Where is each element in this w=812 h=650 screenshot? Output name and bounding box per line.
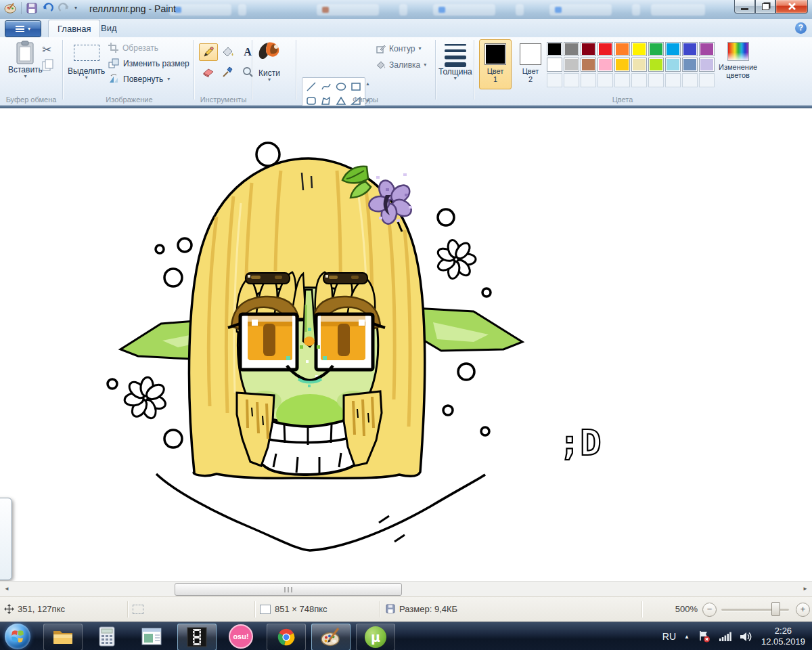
curve-shape[interactable] — [319, 79, 334, 93]
cut-icon[interactable]: ✂ — [42, 43, 51, 57]
minimize-button[interactable] — [734, 0, 755, 14]
fill-button[interactable]: Заливка ▾ — [376, 60, 426, 70]
taskbar-utorrent[interactable]: µ — [356, 624, 395, 650]
magnifier-tool[interactable] — [238, 63, 257, 81]
brushes-button[interactable]: Кисти ▾ — [256, 40, 283, 82]
taskbar-paint[interactable] — [311, 624, 351, 650]
palette-swatch[interactable] — [648, 58, 664, 72]
palette-swatch[interactable] — [597, 58, 613, 72]
qat-customize-caret[interactable]: ▾ — [74, 6, 77, 10]
palette-swatch[interactable] — [581, 58, 596, 72]
restore-button[interactable] — [755, 0, 775, 14]
palette-swatch[interactable] — [665, 58, 681, 72]
paste-button[interactable]: Вставить ▾ — [8, 41, 43, 79]
scroll-right-arrow[interactable]: ► — [798, 582, 812, 597]
brush-icon — [256, 40, 283, 68]
edge-flyout-panel[interactable] — [0, 498, 12, 580]
copy-icon[interactable] — [42, 59, 54, 71]
text-tool[interactable]: A — [238, 43, 257, 61]
eraser-tool[interactable] — [199, 63, 218, 81]
selection-size-icon — [133, 605, 143, 614]
file-size-icon — [386, 604, 395, 613]
fill-tool[interactable] — [219, 43, 238, 61]
ghost-favicon — [438, 7, 445, 13]
film-icon — [187, 627, 207, 647]
scroll-left-arrow[interactable]: ◄ — [0, 582, 14, 597]
palette-swatch-empty[interactable] — [682, 73, 698, 87]
volume-icon[interactable] — [740, 631, 753, 643]
taskbar-movie-app[interactable] — [177, 624, 217, 650]
taskbar-explorer[interactable] — [43, 624, 83, 650]
palette-swatch-empty[interactable] — [648, 73, 664, 87]
outline-button[interactable]: Контур ▾ — [376, 44, 421, 53]
scrollbar-thumb[interactable] — [175, 583, 402, 596]
edit-colors-button[interactable]: Изменение цветов — [719, 42, 757, 79]
zoom-in-button[interactable]: + — [796, 603, 810, 617]
palette-swatch-empty[interactable] — [614, 73, 630, 87]
shapes-scroll-up[interactable]: ▲ — [363, 77, 372, 91]
undo-icon[interactable] — [42, 3, 53, 14]
action-center-flag-icon[interactable] — [698, 630, 711, 643]
crop-button[interactable]: Обрезать — [108, 43, 158, 53]
close-button[interactable] — [775, 0, 808, 14]
palette-swatch[interactable] — [682, 58, 698, 72]
ghost-close — [632, 4, 640, 16]
edit-colors-icon — [727, 42, 749, 61]
palette-swatch[interactable] — [564, 42, 579, 56]
palette-swatch[interactable] — [547, 42, 562, 56]
palette-swatch-empty[interactable] — [581, 73, 596, 87]
zoom-out-button[interactable]: − — [702, 603, 717, 617]
pencil-tool[interactable] — [199, 43, 218, 61]
taskbar-calculator[interactable] — [88, 624, 126, 649]
thickness-button[interactable]: Толщина ▾ — [438, 41, 472, 81]
palette-swatch[interactable] — [614, 58, 630, 72]
clock[interactable]: 2:26 12.05.2019 — [761, 626, 805, 647]
color-picker-tool[interactable] — [219, 63, 238, 81]
rotate-button[interactable]: Повернуть ▾ — [108, 74, 170, 84]
palette-swatch[interactable] — [597, 42, 613, 56]
help-icon[interactable]: ? — [795, 22, 807, 34]
language-indicator[interactable]: RU — [662, 631, 676, 642]
start-button[interactable] — [5, 624, 30, 649]
line-shape[interactable] — [304, 79, 319, 93]
palette-swatch-empty[interactable] — [564, 73, 579, 87]
palette-swatch[interactable] — [581, 42, 596, 56]
palette-swatch[interactable] — [699, 42, 715, 56]
zoom-slider-thumb[interactable] — [771, 602, 780, 616]
drawing-canvas[interactable]: ;D — [0, 108, 812, 581]
palette-swatch[interactable] — [564, 58, 579, 72]
palette-swatch-empty[interactable] — [631, 73, 647, 87]
palette-swatch[interactable] — [547, 58, 562, 72]
color2-button[interactable]: Цвет 2 — [514, 39, 547, 89]
paint-menu-button[interactable]: ▾ — [5, 20, 41, 37]
save-icon[interactable] — [26, 3, 37, 14]
palette-swatch[interactable] — [665, 42, 681, 56]
palette-swatch[interactable] — [631, 58, 647, 72]
palette-swatch-empty[interactable] — [699, 73, 715, 87]
resize-button[interactable]: Изменить размер — [108, 58, 189, 68]
palette-swatch[interactable] — [648, 42, 664, 56]
tray-expand-arrow[interactable]: ▲ — [684, 634, 690, 640]
thumb-grip — [284, 587, 293, 592]
ellipse-shape[interactable] — [334, 79, 348, 93]
redo-icon[interactable] — [58, 3, 70, 14]
select-button[interactable]: Выделить ▾ — [68, 42, 105, 80]
color2-swatch — [520, 43, 541, 65]
taskbar-app-window[interactable] — [133, 624, 171, 649]
palette-swatch[interactable] — [614, 42, 630, 56]
pixel-art-drawing: ;D — [0, 108, 812, 581]
palette-swatch-empty[interactable] — [547, 73, 562, 87]
network-signal-icon[interactable] — [719, 631, 731, 642]
tab-view[interactable]: Вид — [92, 20, 126, 37]
palette-swatch-empty[interactable] — [665, 73, 681, 87]
palette-swatch-empty[interactable] — [597, 73, 613, 87]
rectangle-shape[interactable] — [348, 79, 363, 93]
palette-swatch[interactable] — [699, 58, 715, 72]
taskbar-osu[interactable]: osu! — [222, 624, 260, 649]
color1-button[interactable]: Цвет 1 — [479, 39, 512, 89]
horizontal-scrollbar[interactable]: ◄ ► — [0, 581, 812, 597]
taskbar-chrome[interactable] — [267, 624, 306, 650]
resize-icon — [108, 58, 119, 68]
palette-swatch[interactable] — [682, 42, 698, 56]
palette-swatch[interactable] — [631, 42, 647, 56]
